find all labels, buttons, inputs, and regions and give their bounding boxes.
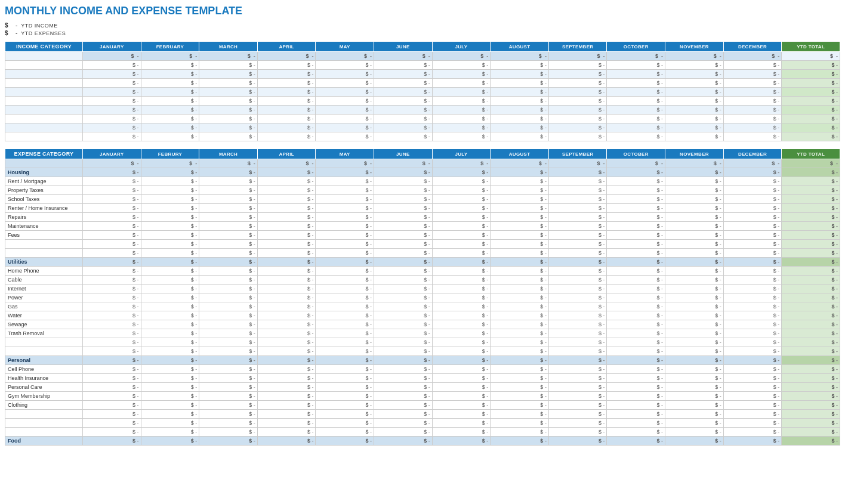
data-cell[interactable]: $ - [374,213,433,222]
data-cell[interactable]: $ - [374,79,433,88]
data-cell[interactable]: $ - [607,285,665,293]
data-cell[interactable]: $ - [257,240,316,249]
data-cell[interactable]: $ - [723,70,782,79]
data-cell[interactable]: $ - [548,204,607,213]
data-cell[interactable]: $ - [141,329,199,338]
data-cell[interactable]: $ - [257,320,316,329]
data-cell[interactable]: $ - [374,419,433,428]
data-cell[interactable]: $ - [548,231,607,240]
data-cell[interactable]: $ - [548,240,607,249]
data-cell[interactable]: $ - [723,338,782,347]
data-cell[interactable]: $ - [141,249,199,258]
data-cell[interactable]: $ - [374,97,433,106]
data-cell[interactable]: $ - [257,123,316,132]
data-cell[interactable]: $ - [432,186,491,195]
data-cell[interactable]: $ - [665,338,724,347]
data-cell[interactable]: $ - [316,401,374,410]
data-cell[interactable]: $ - [665,204,724,213]
data-cell[interactable]: $ - [257,249,316,258]
data-cell[interactable]: $ - [782,311,840,320]
data-cell[interactable]: $ - [548,115,607,123]
data-cell[interactable]: $ - [199,61,258,70]
data-cell[interactable]: $ - [665,374,724,383]
data-cell[interactable]: $ - [257,311,316,320]
data-cell[interactable]: $ - [83,79,141,88]
data-cell[interactable]: $ - [607,338,665,347]
data-cell[interactable]: $ - [83,383,141,392]
data-cell[interactable]: $ - [491,61,549,70]
data-cell[interactable]: $ - [665,419,724,428]
expense-row-label[interactable]: Home Phone [5,267,83,276]
data-cell[interactable]: $ - [548,419,607,428]
data-cell[interactable]: $ - [548,302,607,311]
data-cell[interactable]: $ - [491,267,549,276]
data-cell[interactable]: $ - [257,186,316,195]
data-cell[interactable]: $ - [374,401,433,410]
data-cell[interactable]: $ - [782,383,840,392]
data-cell[interactable]: $ - [199,383,258,392]
data-cell[interactable]: $ - [257,204,316,213]
data-cell[interactable]: $ - [723,106,782,115]
data-cell[interactable]: $ - [782,410,840,419]
data-cell[interactable]: $ - [83,392,141,401]
data-cell[interactable]: $ - [316,249,374,258]
data-cell[interactable]: $ - [374,195,433,204]
data-cell[interactable]: $ - [723,186,782,195]
data-cell[interactable]: $ - [141,401,199,410]
data-cell[interactable]: $ - [607,177,665,186]
data-cell[interactable]: $ - [723,213,782,222]
data-cell[interactable]: $ - [491,222,549,231]
data-cell[interactable]: $ - [374,311,433,320]
data-cell[interactable]: $ - [723,410,782,419]
data-cell[interactable]: $ - [257,195,316,204]
data-cell[interactable]: $ - [432,338,491,347]
data-cell[interactable]: $ - [723,293,782,302]
data-cell[interactable]: $ - [491,311,549,320]
data-cell[interactable]: $ - [316,428,374,437]
data-cell[interactable]: $ - [491,88,549,97]
data-cell[interactable]: $ - [374,383,433,392]
income-row-label[interactable] [5,79,83,88]
data-cell[interactable]: $ - [782,195,840,204]
data-cell[interactable]: $ - [665,132,724,141]
data-cell[interactable]: $ - [548,222,607,231]
data-cell[interactable]: $ - [199,311,258,320]
expense-row-label[interactable]: Water [5,311,83,320]
expense-row-label[interactable]: School Taxes [5,195,83,204]
data-cell[interactable]: $ - [665,106,724,115]
data-cell[interactable]: $ - [257,285,316,293]
data-cell[interactable]: $ - [199,329,258,338]
data-cell[interactable]: $ - [607,428,665,437]
data-cell[interactable]: $ - [141,347,199,356]
data-cell[interactable]: $ - [723,267,782,276]
data-cell[interactable]: $ - [491,240,549,249]
data-cell[interactable]: $ - [374,240,433,249]
data-cell[interactable]: $ - [491,365,549,374]
data-cell[interactable]: $ - [257,231,316,240]
expense-row-label[interactable]: Repairs [5,213,83,222]
expense-row-label[interactable]: Maintenance [5,222,83,231]
data-cell[interactable]: $ - [432,177,491,186]
data-cell[interactable]: $ - [141,311,199,320]
data-cell[interactable]: $ - [491,204,549,213]
data-cell[interactable]: $ - [607,329,665,338]
data-cell[interactable]: $ - [665,79,724,88]
data-cell[interactable]: $ - [374,231,433,240]
data-cell[interactable]: $ - [491,302,549,311]
data-cell[interactable]: $ - [257,79,316,88]
data-cell[interactable]: $ - [199,97,258,106]
data-cell[interactable]: $ - [782,365,840,374]
data-cell[interactable]: $ - [491,186,549,195]
data-cell[interactable]: $ - [491,374,549,383]
data-cell[interactable]: $ - [141,177,199,186]
data-cell[interactable]: $ - [607,410,665,419]
data-cell[interactable]: $ - [665,213,724,222]
data-cell[interactable]: $ - [665,401,724,410]
income-row-label[interactable] [5,132,83,141]
data-cell[interactable]: $ - [432,293,491,302]
data-cell[interactable]: $ - [432,115,491,123]
data-cell[interactable]: $ - [548,338,607,347]
data-cell[interactable]: $ - [83,338,141,347]
data-cell[interactable]: $ - [665,61,724,70]
data-cell[interactable]: $ - [723,177,782,186]
